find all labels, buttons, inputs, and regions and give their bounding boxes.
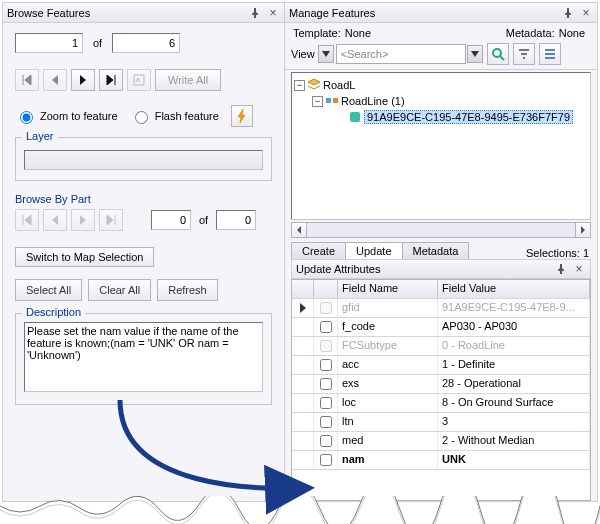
row-checkbox[interactable] [320, 454, 332, 466]
grid-row[interactable]: gfid91A9E9CE-C195-47E8-9... [292, 299, 590, 318]
first-button[interactable] [15, 69, 39, 91]
close-icon[interactable]: × [266, 6, 280, 20]
flash-feature-radio[interactable]: Flash feature [130, 108, 219, 124]
zoom-to-feature-radio[interactable]: Zoom to feature [15, 108, 118, 124]
template-label: Template: [293, 27, 341, 39]
grid-row[interactable]: ltn3 [292, 413, 590, 432]
field-value-cell[interactable]: 3 [438, 413, 590, 431]
switch-to-map-button[interactable]: Switch to Map Selection [15, 247, 154, 267]
svg-rect-6 [333, 98, 338, 103]
view-dropdown-button[interactable] [318, 45, 334, 63]
scroll-track[interactable] [307, 222, 575, 238]
row-checkbox-cell[interactable] [314, 394, 338, 412]
grid-row[interactable]: loc8 - On Ground Surface [292, 394, 590, 413]
grid-row[interactable]: med2 - Without Median [292, 432, 590, 451]
field-value-cell[interactable]: 28 - Operational [438, 375, 590, 393]
grid-row[interactable]: namUNK [292, 451, 590, 470]
filter-icon[interactable] [513, 43, 535, 65]
pin-icon[interactable] [554, 262, 568, 276]
grid-row[interactable]: f_codeAP030 - AP030 [292, 318, 590, 337]
row-checkbox-cell[interactable] [314, 451, 338, 469]
select-all-button[interactable]: Select All [15, 279, 82, 301]
grid-row[interactable]: exs28 - Operational [292, 375, 590, 394]
row-checkbox[interactable] [320, 378, 332, 390]
part-next-button[interactable] [71, 209, 95, 231]
tab-update[interactable]: Update [345, 242, 402, 259]
row-checkbox[interactable] [320, 340, 332, 352]
field-value-cell[interactable]: 1 - Definite [438, 356, 590, 374]
list-view-icon[interactable] [539, 43, 561, 65]
browse-features-title: Browse Features [7, 7, 244, 19]
field-value-cell[interactable]: 2 - Without Median [438, 432, 590, 450]
row-checkbox[interactable] [320, 359, 332, 371]
row-checkbox-cell[interactable] [314, 337, 338, 355]
field-value-cell[interactable]: UNK [438, 451, 590, 469]
refresh-button[interactable]: Refresh [157, 279, 218, 301]
row-selector[interactable] [292, 413, 314, 431]
last-button[interactable] [99, 69, 123, 91]
row-selector[interactable] [292, 356, 314, 374]
feature-tree[interactable]: − RoadL − RoadLine (1) 91A9E9CE-C19 [291, 72, 591, 220]
collapse-icon[interactable]: − [294, 80, 305, 91]
write-all-button[interactable]: Write All [155, 69, 221, 91]
search-dropdown-button[interactable] [467, 45, 483, 63]
field-value-header: Field Value [438, 280, 590, 298]
row-checkbox-cell[interactable] [314, 356, 338, 374]
pin-icon[interactable] [561, 6, 575, 20]
row-selector[interactable] [292, 337, 314, 355]
field-name-header: Field Name [338, 280, 438, 298]
tree-leaf-row[interactable]: 91A9E9CE-C195-47E8-9495-E736F7F79 [294, 109, 588, 125]
part-current-input[interactable] [151, 210, 191, 230]
row-selector[interactable] [292, 394, 314, 412]
scroll-left-icon[interactable] [291, 222, 307, 238]
clear-all-button[interactable]: Clear All [88, 279, 151, 301]
search-input[interactable]: <Search> [336, 44, 466, 64]
row-checkbox[interactable] [320, 397, 332, 409]
tree-horizontal-scrollbar[interactable] [291, 222, 591, 238]
close-icon[interactable]: × [572, 262, 586, 276]
row-checkbox[interactable] [320, 435, 332, 447]
tab-create[interactable]: Create [291, 242, 346, 259]
next-button[interactable] [71, 69, 95, 91]
field-value-cell[interactable]: 8 - On Ground Surface [438, 394, 590, 412]
part-first-button[interactable] [15, 209, 39, 231]
row-checkbox[interactable] [320, 321, 332, 333]
tab-metadata[interactable]: Metadata [402, 242, 470, 259]
search-icon[interactable] [487, 43, 509, 65]
flash-feature-input[interactable] [135, 111, 148, 124]
row-checkbox-cell[interactable] [314, 318, 338, 336]
field-name-cell: nam [338, 451, 438, 469]
row-checkbox-cell[interactable] [314, 432, 338, 450]
page-current-input[interactable] [15, 33, 83, 53]
zoom-to-feature-input[interactable] [20, 111, 33, 124]
prev-button[interactable] [43, 69, 67, 91]
flash-button[interactable] [231, 105, 253, 127]
scroll-right-icon[interactable] [575, 222, 591, 238]
row-selector[interactable] [292, 432, 314, 450]
collapse-icon[interactable]: − [312, 96, 323, 107]
row-selector[interactable] [292, 375, 314, 393]
close-icon[interactable]: × [579, 6, 593, 20]
grid-row[interactable]: FCSubtype0 - RoadLine [292, 337, 590, 356]
row-selector[interactable] [292, 451, 314, 469]
row-checkbox[interactable] [320, 302, 332, 314]
row-checkbox[interactable] [320, 416, 332, 428]
field-value-cell[interactable]: 91A9E9CE-C195-47E8-9... [438, 299, 590, 317]
tree-root-row[interactable]: − RoadL [294, 77, 588, 93]
row-checkbox-cell[interactable] [314, 413, 338, 431]
svg-rect-2 [545, 49, 555, 51]
row-checkbox-cell[interactable] [314, 299, 338, 317]
part-prev-button[interactable] [43, 209, 67, 231]
part-last-button[interactable] [99, 209, 123, 231]
row-selector[interactable] [292, 318, 314, 336]
row-checkbox-cell[interactable] [314, 375, 338, 393]
field-name-cell: loc [338, 394, 438, 412]
tree-child-row[interactable]: − RoadLine (1) [294, 93, 588, 109]
field-value-cell[interactable]: AP030 - AP030 [438, 318, 590, 336]
pin-icon[interactable] [248, 6, 262, 20]
grid-row[interactable]: acc1 - Definite [292, 356, 590, 375]
write-one-button[interactable] [127, 69, 151, 91]
row-selector[interactable] [292, 299, 314, 317]
browse-features-panel: Browse Features × of Write All [3, 3, 285, 501]
field-value-cell[interactable]: 0 - RoadLine [438, 337, 590, 355]
